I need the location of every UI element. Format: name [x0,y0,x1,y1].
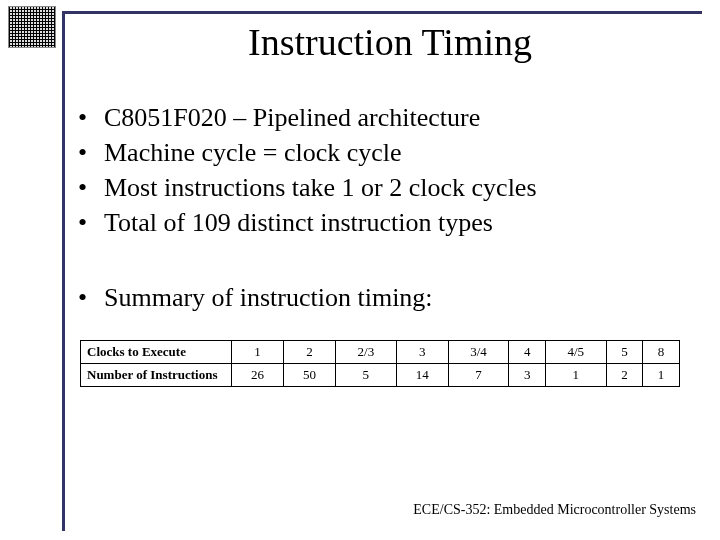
timing-table-element: Clocks to Execute 1 2 2/3 3 3/4 4 4/5 5 … [80,340,680,387]
bullet-text: Machine cycle = clock cycle [104,135,402,170]
bullet-dot: • [78,135,104,170]
cell: 26 [232,364,284,387]
row-header: Clocks to Execute [81,341,232,364]
cell: 7 [448,364,509,387]
bullet-text: Most instructions take 1 or 2 clock cycl… [104,170,537,205]
cell: 50 [284,364,336,387]
cell: 3 [509,364,546,387]
cell: 4 [509,341,546,364]
decor-vertical-rule [62,11,65,531]
bullet-text: Total of 109 distinct instruction types [104,205,493,240]
cell: 2/3 [336,341,397,364]
cell: 1 [232,341,284,364]
bullet-dot: • [78,280,104,315]
cell: 2 [606,364,643,387]
cell: 4/5 [545,341,606,364]
bullet-item: • Summary of instruction timing: [78,280,690,315]
cell: 2 [284,341,336,364]
cell: 8 [643,341,680,364]
bullet-item: • Total of 109 distinct instruction type… [78,205,690,240]
bullet-dot: • [78,205,104,240]
cell: 5 [336,364,397,387]
row-header: Number of Instructions [81,364,232,387]
slide-logo [8,6,56,48]
cell: 14 [396,364,448,387]
bullet-dot: • [78,100,104,135]
slide-footer: ECE/CS-352: Embedded Microcontroller Sys… [413,502,696,518]
cell: 5 [606,341,643,364]
decor-horizontal-rule [62,11,702,14]
bullet-group-2: • Summary of instruction timing: [78,280,690,315]
bullet-item: • Machine cycle = clock cycle [78,135,690,170]
cell: 1 [545,364,606,387]
timing-table: Clocks to Execute 1 2 2/3 3 3/4 4 4/5 5 … [80,340,680,387]
cell: 3 [396,341,448,364]
bullet-text: C8051F020 – Pipelined architecture [104,100,480,135]
cell: 3/4 [448,341,509,364]
slide-title: Instruction Timing [80,20,700,64]
bullet-group-1: • C8051F020 – Pipelined architecture • M… [78,100,690,240]
table-row: Number of Instructions 26 50 5 14 7 3 1 … [81,364,680,387]
bullet-item: • C8051F020 – Pipelined architecture [78,100,690,135]
table-row: Clocks to Execute 1 2 2/3 3 3/4 4 4/5 5 … [81,341,680,364]
bullet-dot: • [78,170,104,205]
bullet-text: Summary of instruction timing: [104,280,433,315]
bullet-item: • Most instructions take 1 or 2 clock cy… [78,170,690,205]
cell: 1 [643,364,680,387]
